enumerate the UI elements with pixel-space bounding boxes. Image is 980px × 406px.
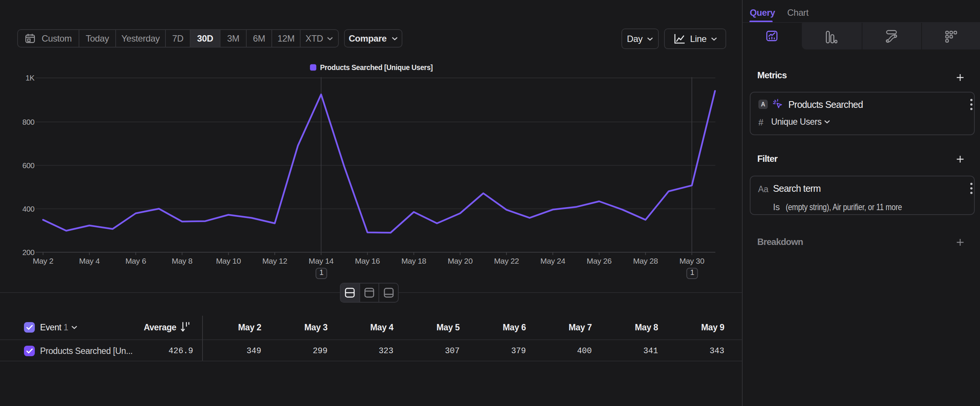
svg-text:600: 600 xyxy=(22,161,35,170)
svg-text:May 22: May 22 xyxy=(494,256,519,265)
svg-text:1: 1 xyxy=(319,268,323,276)
svg-text:1: 1 xyxy=(690,268,694,276)
svg-text:May 24: May 24 xyxy=(541,256,566,265)
svg-text:May 20: May 20 xyxy=(448,256,473,265)
svg-text:May 30: May 30 xyxy=(679,256,704,265)
svg-text:May 26: May 26 xyxy=(587,256,611,265)
svg-text:May 2: May 2 xyxy=(33,256,53,265)
svg-text:May 8: May 8 xyxy=(172,256,192,265)
svg-text:May 12: May 12 xyxy=(262,256,287,265)
svg-text:1K: 1K xyxy=(25,74,35,82)
svg-text:800: 800 xyxy=(22,118,35,126)
svg-text:May 4: May 4 xyxy=(79,256,100,265)
svg-text:May 28: May 28 xyxy=(633,256,658,265)
svg-text:200: 200 xyxy=(22,248,35,256)
svg-text:400: 400 xyxy=(22,205,35,213)
svg-text:May 14: May 14 xyxy=(309,256,334,265)
svg-text:Products Searched [Unique User: Products Searched [Unique Users] xyxy=(320,63,433,72)
svg-text:May 10: May 10 xyxy=(216,256,241,265)
svg-text:May 6: May 6 xyxy=(126,256,146,265)
svg-text:May 16: May 16 xyxy=(355,256,380,265)
svg-text:May 18: May 18 xyxy=(401,256,426,265)
